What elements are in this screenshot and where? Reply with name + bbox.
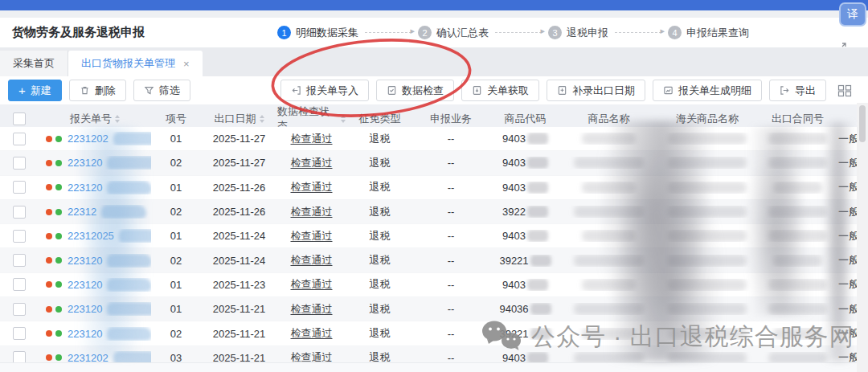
declare-business-cell: -- <box>414 230 488 242</box>
redaction-scribble-gray <box>574 206 644 218</box>
declaration-no-link[interactable]: 22312025 <box>68 230 114 242</box>
row-checkbox[interactable] <box>13 230 26 243</box>
tax-type-cell: 退税 <box>346 253 414 268</box>
declaration-no-link[interactable]: 223120 <box>68 255 102 267</box>
tab-export-declaration-management[interactable]: 出口货物报关单管理 × <box>68 51 203 76</box>
tax-type-cell: 退税 <box>346 132 414 146</box>
export-icon <box>780 85 790 96</box>
row-checkbox[interactable] <box>13 206 26 219</box>
redaction-scribble-blue <box>113 132 151 145</box>
check-status-cell: 检查通过 <box>277 132 346 146</box>
redaction-scribble-gray <box>768 206 826 218</box>
tab-collection-home[interactable]: 采集首页 <box>0 51 68 76</box>
redaction-scribble-gray <box>668 279 747 291</box>
redaction-scribble-blue <box>101 205 146 219</box>
declaration-no-link[interactable]: 2231202 <box>68 133 108 145</box>
row-select-cell <box>0 303 39 316</box>
tax-type-cell: 退税 <box>346 326 414 341</box>
export-date-cell: 2025-11-23 <box>201 279 277 291</box>
translate-badge[interactable]: 译 <box>839 2 866 27</box>
table-row: 22312 02 2025-11-26 检查通过 退税 -- 3922 一般 <box>0 200 857 224</box>
fetch-declaration-button[interactable]: 关单获取 <box>461 80 539 101</box>
step-result-query[interactable]: 4 申报结果查询 <box>668 26 749 40</box>
row-checkbox[interactable] <box>13 327 26 340</box>
redaction-scribble-gray <box>768 303 826 315</box>
declaration-no-cell: 223120 <box>39 327 151 341</box>
header-commodity-name: 商品名称 <box>563 112 655 126</box>
declaration-no-link[interactable]: 22312 <box>68 206 96 218</box>
row-checkbox[interactable] <box>13 157 26 170</box>
row-checkbox[interactable] <box>13 181 26 194</box>
declaration-no-link[interactable]: 223120 <box>68 303 102 315</box>
supplement-export-date-button[interactable]: 补录出口日期 <box>547 80 645 101</box>
check-status-link[interactable]: 检查通过 <box>291 205 333 219</box>
check-status-cell: 检查通过 <box>277 205 346 219</box>
step-confirm-summary[interactable]: 2 确认汇总表 <box>418 26 489 40</box>
check-status-link[interactable]: 检查通过 <box>291 277 333 292</box>
commodity-name-cell <box>563 328 655 340</box>
export-date-cell: 2025-11-21 <box>201 303 277 315</box>
row-select-cell <box>0 278 39 291</box>
check-status-link[interactable]: 检查通过 <box>291 180 333 194</box>
sort-icon[interactable] <box>115 115 120 123</box>
status-dot-orange <box>46 354 52 361</box>
tab-close-icon[interactable]: × <box>183 58 190 70</box>
row-select-cell <box>0 133 39 145</box>
step-connector <box>365 32 411 33</box>
header-declaration-no[interactable]: 报关单号 <box>39 112 151 126</box>
tax-type-cell: 退税 <box>346 277 414 292</box>
delete-button[interactable]: 删除 <box>69 80 126 101</box>
tax-type-cell: 退税 <box>346 205 414 219</box>
check-status-link[interactable]: 检查通过 <box>291 326 333 341</box>
declaration-no-link[interactable]: 223120 <box>68 328 102 340</box>
item-no-cell: 01 <box>151 303 201 315</box>
generate-detail-button[interactable]: 报关单生成明细 <box>653 80 762 101</box>
commodity-name-cell <box>563 157 655 169</box>
customs-name-cell <box>655 230 760 242</box>
status-dot-orange <box>46 257 52 264</box>
declaration-no-link[interactable]: 223120 <box>68 157 102 169</box>
export-button[interactable]: 导出 <box>769 80 826 101</box>
scrollbar-thumb[interactable] <box>859 105 866 142</box>
row-checkbox[interactable] <box>13 303 26 316</box>
check-status-cell: 检查通过 <box>277 302 346 317</box>
data-check-button[interactable]: 数据检查 <box>376 80 454 101</box>
customs-name-cell <box>655 206 760 218</box>
row-checkbox[interactable] <box>13 133 26 145</box>
filter-button[interactable]: 筛选 <box>133 80 190 101</box>
sort-icon[interactable] <box>260 115 264 123</box>
import-declaration-button[interactable]: 报关单导入 <box>280 80 369 101</box>
export-date-cell: 2025-11-27 <box>201 133 277 145</box>
row-checkbox[interactable] <box>13 278 26 291</box>
select-all-checkbox[interactable] <box>13 112 26 125</box>
redaction-scribble-gray <box>530 303 551 315</box>
vertical-scrollbar[interactable] <box>857 103 868 372</box>
export-date-cell: 2025-11-24 <box>201 230 277 242</box>
check-status-link[interactable]: 检查通过 <box>291 156 333 170</box>
new-button[interactable]: + 新建 <box>8 80 62 101</box>
commodity-name-cell <box>563 255 655 267</box>
row-select-cell <box>0 230 39 243</box>
declaration-no-link[interactable]: 223120 <box>68 182 102 194</box>
check-status-link[interactable]: 检查通过 <box>291 132 333 146</box>
redaction-scribble-gray <box>527 133 548 145</box>
header-export-date[interactable]: 出口日期 <box>201 112 277 126</box>
redaction-scribble-gray <box>582 328 636 340</box>
table-row: 223120 01 2025-11-26 检查通过 退税 -- 9403 一般 <box>0 176 857 200</box>
step-detail-collection[interactable]: 1 明细数据采集 <box>277 26 358 40</box>
row-checkbox[interactable] <box>13 254 26 267</box>
header-customs-name: 海关商品名称 <box>655 112 760 126</box>
select-all-cell <box>0 112 39 125</box>
stepper: 1 明细数据采集 2 确认汇总表 3 退税申报 4 申报结果查询 <box>277 18 749 47</box>
declaration-no-link[interactable]: 223120 <box>68 279 102 291</box>
check-status-link[interactable]: 检查通过 <box>291 253 333 268</box>
column-settings-icon[interactable] <box>837 84 852 97</box>
declaration-no-cell: 223120 <box>39 156 151 170</box>
step-tax-refund-declare[interactable]: 3 退税申报 <box>548 26 608 40</box>
check-status-link[interactable]: 检查通过 <box>291 302 333 317</box>
row-select-cell <box>0 157 39 170</box>
contract-no-cell <box>760 133 836 145</box>
check-status-link[interactable]: 检查通过 <box>291 229 333 243</box>
redaction-scribble-gray <box>527 182 548 194</box>
item-no-cell: 02 <box>151 157 201 169</box>
